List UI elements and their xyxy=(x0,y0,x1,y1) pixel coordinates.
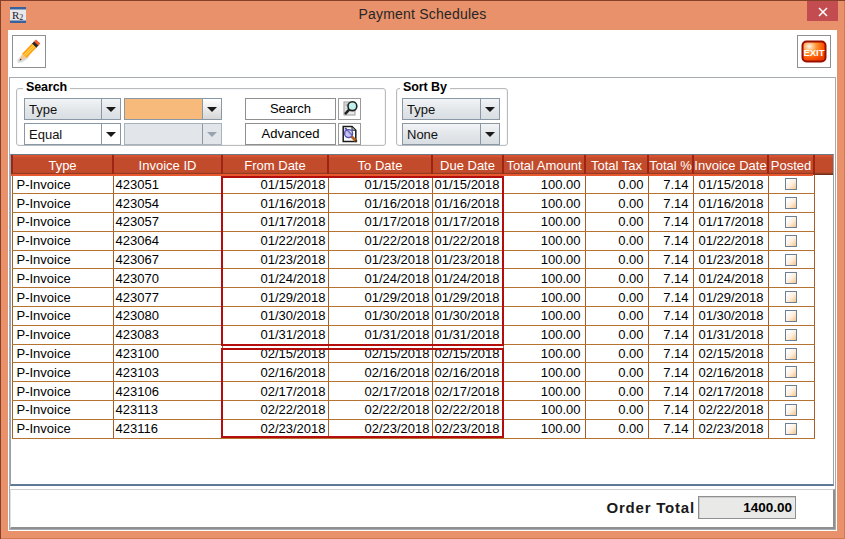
svg-text:EXIT: EXIT xyxy=(803,47,824,58)
